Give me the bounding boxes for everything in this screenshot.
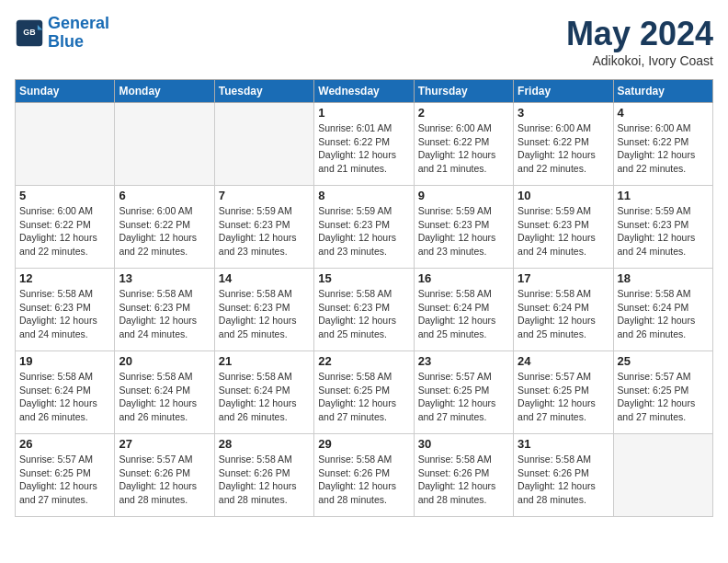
calendar-day-cell: 16Sunrise: 5:58 AMSunset: 6:24 PMDayligh… (414, 269, 513, 351)
day-info: Sunrise: 5:58 AMSunset: 6:26 PMDaylight:… (318, 453, 409, 507)
day-number: 22 (318, 354, 409, 368)
day-info: Sunrise: 5:59 AMSunset: 6:23 PMDaylight:… (418, 204, 509, 259)
day-number: 8 (318, 189, 409, 202)
day-number: 5 (19, 189, 110, 202)
calendar-day-cell: 19Sunrise: 5:58 AMSunset: 6:24 PMDayligh… (16, 351, 115, 434)
day-info: Sunrise: 5:57 AMSunset: 6:25 PMDaylight:… (518, 370, 609, 424)
day-info: Sunrise: 5:58 AMSunset: 6:23 PMDaylight:… (119, 287, 210, 341)
day-number: 11 (618, 189, 709, 202)
day-info: Sunrise: 5:58 AMSunset: 6:23 PMDaylight:… (318, 287, 409, 341)
calendar-day-cell: 8Sunrise: 5:59 AMSunset: 6:23 PMDaylight… (314, 186, 414, 269)
day-number: 15 (318, 271, 409, 285)
svg-text:GB: GB (23, 28, 35, 37)
calendar-week-row: 5Sunrise: 6:00 AMSunset: 6:22 PMDaylight… (16, 186, 713, 269)
day-info: Sunrise: 5:57 AMSunset: 6:25 PMDaylight:… (418, 370, 509, 424)
day-number: 29 (318, 437, 409, 451)
calendar-day-cell: 25Sunrise: 5:57 AMSunset: 6:25 PMDayligh… (613, 351, 712, 434)
day-info: Sunrise: 5:58 AMSunset: 6:24 PMDaylight:… (219, 370, 310, 424)
day-number: 9 (418, 189, 509, 202)
day-number: 27 (119, 437, 210, 451)
calendar-day-cell: 24Sunrise: 5:57 AMSunset: 6:25 PMDayligh… (514, 351, 613, 434)
day-info: Sunrise: 5:58 AMSunset: 6:26 PMDaylight:… (418, 453, 509, 507)
day-info: Sunrise: 5:58 AMSunset: 6:26 PMDaylight:… (219, 453, 310, 507)
day-info: Sunrise: 5:59 AMSunset: 6:23 PMDaylight:… (518, 204, 609, 259)
day-info: Sunrise: 5:58 AMSunset: 6:23 PMDaylight:… (219, 287, 310, 341)
calendar-table: SundayMondayTuesdayWednesdayThursdayFrid… (15, 79, 713, 517)
day-info: Sunrise: 5:57 AMSunset: 6:25 PMDaylight:… (618, 370, 709, 424)
day-info: Sunrise: 6:00 AMSunset: 6:22 PMDaylight:… (518, 121, 609, 176)
day-of-week-header: Monday (115, 80, 214, 103)
calendar-day-cell: 15Sunrise: 5:58 AMSunset: 6:23 PMDayligh… (314, 269, 414, 351)
title-area: May 2024 Adikokoi, Ivory Coast (566, 15, 713, 68)
calendar-day-cell: 28Sunrise: 5:58 AMSunset: 6:26 PMDayligh… (214, 434, 313, 517)
logo: GB General Blue (15, 15, 109, 52)
day-number: 1 (318, 106, 409, 120)
day-number: 31 (518, 437, 609, 451)
day-info: Sunrise: 6:00 AMSunset: 6:22 PMDaylight:… (119, 204, 210, 259)
calendar-day-cell: 18Sunrise: 5:58 AMSunset: 6:24 PMDayligh… (613, 269, 712, 351)
day-number: 26 (19, 437, 110, 451)
day-info: Sunrise: 6:00 AMSunset: 6:22 PMDaylight:… (618, 121, 709, 176)
day-number: 12 (19, 271, 110, 285)
day-number: 6 (119, 189, 210, 202)
day-info: Sunrise: 6:00 AMSunset: 6:22 PMDaylight:… (19, 204, 110, 259)
location-subtitle: Adikokoi, Ivory Coast (566, 53, 713, 68)
day-number: 16 (418, 271, 509, 285)
day-info: Sunrise: 5:58 AMSunset: 6:24 PMDaylight:… (618, 287, 709, 341)
day-number: 2 (418, 106, 509, 120)
calendar-day-cell: 23Sunrise: 5:57 AMSunset: 6:25 PMDayligh… (414, 351, 513, 434)
day-of-week-header: Tuesday (214, 80, 313, 103)
day-of-week-header: Sunday (16, 80, 115, 103)
day-info: Sunrise: 5:57 AMSunset: 6:25 PMDaylight:… (19, 453, 110, 507)
day-number: 14 (219, 271, 310, 285)
day-number: 21 (219, 354, 310, 368)
day-info: Sunrise: 5:59 AMSunset: 6:23 PMDaylight:… (618, 204, 709, 259)
day-number: 30 (418, 437, 509, 451)
day-number: 24 (518, 354, 609, 368)
calendar-day-cell: 11Sunrise: 5:59 AMSunset: 6:23 PMDayligh… (613, 186, 712, 269)
day-number: 3 (518, 106, 609, 120)
logo-icon: GB (15, 18, 44, 48)
calendar-header-row: SundayMondayTuesdayWednesdayThursdayFrid… (16, 80, 713, 103)
day-of-week-header: Saturday (613, 80, 712, 103)
calendar-day-cell (16, 103, 115, 186)
day-number: 25 (618, 354, 709, 368)
day-info: Sunrise: 5:58 AMSunset: 6:24 PMDaylight:… (518, 287, 609, 341)
day-info: Sunrise: 5:58 AMSunset: 6:24 PMDaylight:… (418, 287, 509, 341)
calendar-day-cell: 17Sunrise: 5:58 AMSunset: 6:24 PMDayligh… (514, 269, 613, 351)
day-number: 7 (219, 189, 310, 202)
day-info: Sunrise: 5:59 AMSunset: 6:23 PMDaylight:… (219, 204, 310, 259)
calendar-day-cell: 9Sunrise: 5:59 AMSunset: 6:23 PMDaylight… (414, 186, 513, 269)
day-number: 18 (618, 271, 709, 285)
day-info: Sunrise: 5:58 AMSunset: 6:24 PMDaylight:… (119, 370, 210, 424)
month-title: May 2024 (566, 15, 713, 53)
day-number: 17 (518, 271, 609, 285)
calendar-day-cell: 27Sunrise: 5:57 AMSunset: 6:26 PMDayligh… (115, 434, 214, 517)
calendar-day-cell: 10Sunrise: 5:59 AMSunset: 6:23 PMDayligh… (514, 186, 613, 269)
day-info: Sunrise: 5:57 AMSunset: 6:26 PMDaylight:… (119, 453, 210, 507)
calendar-day-cell: 7Sunrise: 5:59 AMSunset: 6:23 PMDaylight… (214, 186, 313, 269)
calendar-day-cell: 21Sunrise: 5:58 AMSunset: 6:24 PMDayligh… (214, 351, 313, 434)
day-number: 20 (119, 354, 210, 368)
day-info: Sunrise: 5:58 AMSunset: 6:25 PMDaylight:… (318, 370, 409, 424)
day-of-week-header: Friday (514, 80, 613, 103)
calendar-week-row: 1Sunrise: 6:01 AMSunset: 6:22 PMDaylight… (16, 103, 713, 186)
day-info: Sunrise: 5:58 AMSunset: 6:24 PMDaylight:… (19, 370, 110, 424)
calendar-day-cell: 6Sunrise: 6:00 AMSunset: 6:22 PMDaylight… (115, 186, 214, 269)
day-number: 19 (19, 354, 110, 368)
calendar-day-cell: 4Sunrise: 6:00 AMSunset: 6:22 PMDaylight… (613, 103, 712, 186)
page-header: GB General Blue May 2024 Adikokoi, Ivory… (15, 15, 713, 68)
day-number: 4 (618, 106, 709, 120)
logo-line1: General (48, 15, 109, 33)
calendar-week-row: 26Sunrise: 5:57 AMSunset: 6:25 PMDayligh… (16, 434, 713, 517)
day-info: Sunrise: 5:58 AMSunset: 6:26 PMDaylight:… (518, 453, 609, 507)
calendar-day-cell: 14Sunrise: 5:58 AMSunset: 6:23 PMDayligh… (214, 269, 313, 351)
day-number: 10 (518, 189, 609, 202)
calendar-day-cell: 3Sunrise: 6:00 AMSunset: 6:22 PMDaylight… (514, 103, 613, 186)
calendar-day-cell: 13Sunrise: 5:58 AMSunset: 6:23 PMDayligh… (115, 269, 214, 351)
day-of-week-header: Wednesday (314, 80, 414, 103)
logo-line2: Blue (48, 33, 109, 52)
calendar-day-cell: 5Sunrise: 6:00 AMSunset: 6:22 PMDaylight… (16, 186, 115, 269)
calendar-week-row: 12Sunrise: 5:58 AMSunset: 6:23 PMDayligh… (16, 269, 713, 351)
calendar-day-cell (613, 434, 712, 517)
